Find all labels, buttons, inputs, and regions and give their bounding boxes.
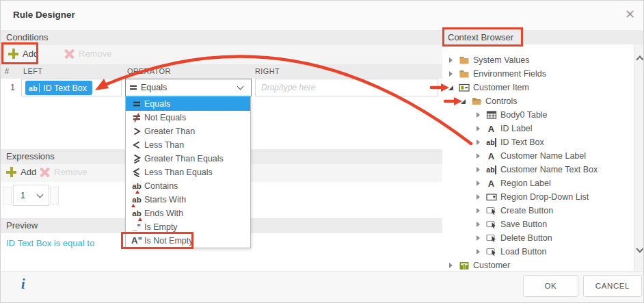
caret-right-icon[interactable] (474, 167, 482, 172)
expressions-add-button[interactable]: Add (6, 167, 36, 177)
close-icon[interactable]: ✕ (625, 7, 635, 22)
conditions-section-header: Conditions (1, 30, 442, 45)
tree-item-delete-button[interactable]: Delete Button (444, 231, 634, 245)
caret-right-icon[interactable] (474, 112, 482, 118)
caret-right-icon[interactable] (446, 57, 455, 63)
add-button-label: Add (23, 49, 38, 59)
condition-right-input[interactable]: Drop/type here (255, 79, 438, 96)
label-icon: A (485, 124, 497, 134)
conditions-add-button[interactable]: Add (8, 49, 38, 59)
footer-bar: i OK CANCEL (1, 271, 644, 303)
tree-item-save-button[interactable]: Save Button (444, 218, 634, 231)
tree-item-label: Save Button (500, 220, 547, 229)
caret-right-icon[interactable] (474, 140, 482, 145)
tree-item-create-button[interactable]: Create Button (444, 204, 634, 218)
tree-item-body0-table[interactable]: Body0 Table (444, 108, 634, 122)
tree-item-region-drop-down-list[interactable]: Region Drop-Down List (444, 190, 634, 204)
operator-dropdown-list: Equals Not Equals Greater Than Less Than… (125, 96, 251, 248)
less-than-icon (129, 140, 144, 150)
dropdown-item-is-empty[interactable]: _” Is Empty (126, 220, 250, 234)
not-equals-icon (129, 112, 144, 123)
tree-item-label: Customer Item (473, 83, 529, 92)
equals-icon (126, 82, 141, 93)
conditions-header-label: Conditions (6, 32, 48, 42)
caret-right-icon[interactable] (446, 263, 455, 268)
dropdown-item-less-than-equals[interactable]: Less Than Equals (126, 166, 250, 179)
caret-right-icon[interactable] (474, 126, 482, 131)
condition-left-chip[interactable]: ab ID Text Box (25, 81, 92, 95)
dropdown-item-not-equals[interactable]: Not Equals (126, 111, 250, 124)
dropdown-item-greater-than[interactable]: Greater Than (126, 124, 250, 138)
tree-item-id-text-box[interactable]: ab ID Text Box (444, 135, 634, 149)
button-icon (485, 205, 497, 216)
caret-right-icon[interactable] (474, 181, 482, 186)
dropdown-item-starts-with[interactable]: ab Starts With (126, 193, 250, 207)
dropdown-item-label: Less Than (144, 140, 184, 150)
remove-button-label: Remove (54, 167, 87, 177)
expressions-remove-button[interactable]: Remove (40, 167, 87, 177)
dropdown-item-equals[interactable]: Equals (126, 97, 250, 111)
tree-scrollbar[interactable] (634, 44, 644, 271)
rule-designer-dialog: Rule Designer ✕ Conditions Add Remove # … (0, 0, 644, 303)
plus-icon (6, 167, 16, 177)
caret-expanded-icon[interactable] (459, 99, 467, 104)
textbox-icon: ab (485, 166, 497, 174)
dropdown-item-label: Greater Than (144, 127, 195, 136)
caret-expanded-icon[interactable] (446, 85, 455, 90)
dropdown-item-label: Starts With (144, 195, 186, 205)
button-icon (485, 246, 497, 257)
condition-left-input[interactable]: ab ID Text Box (21, 79, 122, 96)
dropdown-item-is-not-empty[interactable]: A” Is Not Empty (126, 234, 250, 248)
caret-right-icon[interactable] (474, 249, 482, 254)
context-browser-header: Context Browser (445, 30, 644, 45)
dropdown-icon (485, 192, 497, 202)
caret-right-icon[interactable] (446, 71, 455, 77)
conditions-table-header: # LEFT OPERATOR RIGHT (1, 64, 442, 79)
ok-button[interactable]: OK (523, 275, 578, 297)
expressions-header-label: Expressions (6, 151, 55, 161)
page-title: Rule Designer (13, 10, 75, 20)
scroll-up-icon[interactable] (636, 55, 643, 63)
tree-item-customer-name-text-box[interactable]: ab Customer Name Text Box (444, 163, 634, 176)
caret-right-icon[interactable] (474, 235, 482, 241)
tree-item-label: ID Text Box (500, 137, 544, 147)
dropdown-item-label: Less Than Equals (144, 168, 213, 177)
item-icon (458, 82, 470, 93)
tree-item-environment-fields[interactable]: Environment Fields (444, 67, 634, 81)
dropdown-item-greater-than-equals[interactable]: Greater Than Equals (126, 152, 250, 166)
dropdown-item-ends-with[interactable]: ab Ends With (126, 207, 250, 220)
caret-right-icon[interactable] (474, 153, 482, 159)
tree-item-id-label[interactable]: A ID Label (444, 122, 634, 135)
tree-item-customer-item[interactable]: Customer Item (444, 81, 634, 94)
tree-item-controls[interactable]: Controls (444, 94, 634, 108)
ends-with-icon: ab (129, 209, 144, 218)
column-number: # (5, 67, 10, 75)
expression-right-handle (50, 187, 59, 205)
dropdown-item-label: Greater Than Equals (144, 154, 224, 163)
condition-operator-select[interactable]: Equals (125, 79, 252, 96)
tree-item-customer[interactable]: Customer (444, 259, 634, 271)
index-value: 1 (21, 191, 25, 200)
tree-item-customer-name-label[interactable]: A Customer Name Label (444, 149, 634, 163)
expression-index-select[interactable]: 1 (13, 185, 49, 206)
dropdown-item-contains[interactable]: ab Contains (126, 179, 250, 193)
tree-item-load-button[interactable]: Load Button (444, 245, 634, 259)
caret-right-icon[interactable] (474, 208, 482, 213)
tree-item-label: ID Label (500, 124, 533, 133)
tree-item-region-label[interactable]: A Region Label (444, 176, 634, 190)
conditions-remove-button[interactable]: Remove (64, 49, 111, 59)
dropdown-item-less-than[interactable]: Less Than (126, 138, 250, 152)
tree-item-system-values[interactable]: System Values (444, 53, 634, 67)
caret-right-icon[interactable] (474, 194, 482, 200)
chevron-down-icon (237, 83, 244, 90)
preview-text: ID Text Box is equal to (6, 238, 94, 248)
dropdown-item-label: Is Not Empty (144, 236, 193, 246)
context-browser-title: Context Browser (448, 32, 513, 42)
tree-item-label: System Values (473, 55, 529, 65)
caret-right-icon[interactable] (474, 222, 482, 227)
remove-button-label: Remove (79, 49, 111, 59)
cancel-button[interactable]: CANCEL (583, 275, 642, 297)
expression-left-handle (3, 187, 12, 205)
scroll-down-icon[interactable] (636, 245, 643, 252)
info-icon[interactable]: i (21, 276, 25, 292)
